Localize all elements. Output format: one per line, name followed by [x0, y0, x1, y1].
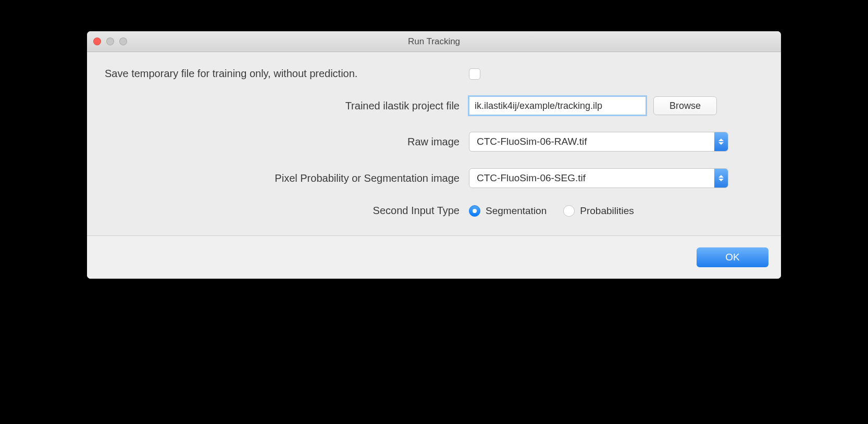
close-icon[interactable]	[93, 38, 101, 45]
maximize-icon[interactable]	[119, 38, 127, 45]
seg-image-control: CTC-FluoSim-06-SEG.tif	[469, 168, 771, 188]
save-temp-row: Save temporary file for training only, w…	[97, 68, 771, 80]
input-type-row: Second Input Type Segmentation Probabili…	[97, 205, 771, 217]
save-temp-control	[469, 68, 771, 80]
save-temp-label: Save temporary file for training only, w…	[97, 68, 460, 80]
dialog-footer: OK	[87, 235, 781, 279]
raw-image-label: Raw image	[97, 136, 460, 148]
save-temp-checkbox[interactable]	[469, 68, 480, 80]
radio-probabilities-label: Probabilities	[580, 205, 634, 217]
input-type-label: Second Input Type	[97, 205, 460, 217]
radio-segmentation-label: Segmentation	[486, 205, 547, 217]
input-type-radio-group: Segmentation Probabilities	[469, 205, 634, 217]
radio-probabilities[interactable]: Probabilities	[563, 205, 634, 217]
seg-image-select[interactable]: CTC-FluoSim-06-SEG.tif	[469, 168, 728, 188]
seg-image-row: Pixel Probability or Segmentation image …	[97, 168, 771, 188]
seg-image-value: CTC-FluoSim-06-SEG.tif	[477, 172, 586, 184]
ok-button[interactable]: OK	[697, 247, 768, 267]
project-file-control: Browse	[469, 96, 771, 115]
raw-image-control: CTC-FluoSim-06-RAW.tif	[469, 132, 771, 152]
dialog-window: Run Tracking Save temporary file for tra…	[87, 31, 781, 279]
seg-image-label: Pixel Probability or Segmentation image	[97, 172, 460, 184]
input-type-control: Segmentation Probabilities	[469, 205, 771, 217]
radio-segmentation-button	[469, 205, 480, 217]
chevron-updown-icon	[714, 169, 728, 188]
traffic-lights	[87, 38, 127, 45]
project-file-label: Trained ilastik project file	[97, 100, 460, 112]
browse-button[interactable]: Browse	[653, 96, 717, 115]
seg-image-select-wrap: CTC-FluoSim-06-SEG.tif	[469, 168, 728, 188]
minimize-icon[interactable]	[106, 38, 114, 45]
project-file-input[interactable]	[469, 96, 646, 115]
radio-probabilities-button	[563, 205, 575, 217]
raw-image-select[interactable]: CTC-FluoSim-06-RAW.tif	[469, 132, 728, 152]
raw-image-value: CTC-FluoSim-06-RAW.tif	[477, 136, 587, 147]
radio-segmentation[interactable]: Segmentation	[469, 205, 547, 217]
project-file-row: Trained ilastik project file Browse	[97, 96, 771, 115]
chevron-updown-icon	[714, 132, 728, 151]
raw-image-select-wrap: CTC-FluoSim-06-RAW.tif	[469, 132, 728, 152]
window-title: Run Tracking	[87, 36, 781, 47]
titlebar: Run Tracking	[87, 31, 781, 52]
dialog-content: Save temporary file for training only, w…	[87, 52, 781, 235]
raw-image-row: Raw image CTC-FluoSim-06-RAW.tif	[97, 132, 771, 152]
